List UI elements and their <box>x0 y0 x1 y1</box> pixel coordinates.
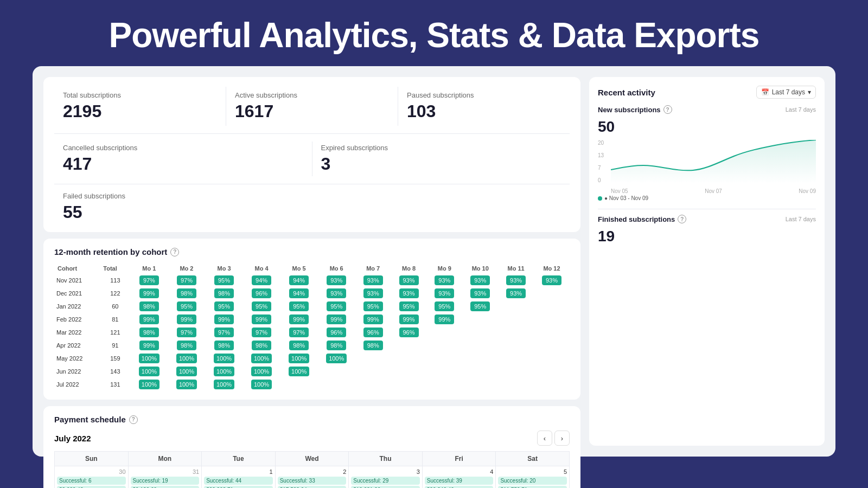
finished-subs-period: Last 7 days <box>786 216 816 222</box>
retention-row: Apr 20229199%98%98%98%98%98%98% <box>54 339 570 352</box>
finished-subs-subsection: Finished subscriptions ? Last 7 days 19 <box>598 215 816 245</box>
retention-section: 12-month retention by cohort ? CohortTot… <box>43 239 580 400</box>
calendar-day: 5Successful: 20$11,750.71Failed: 4 <box>496 466 570 489</box>
retention-row: May 2022159100%100%100%100%100%100% <box>54 352 570 365</box>
activity-title: Recent activity <box>598 88 655 97</box>
activity-section: Recent activity 📅 Last 7 days ▾ New subs… <box>589 77 825 446</box>
chart-y-axis: 20 13 7 0 <box>598 140 609 183</box>
chart-legend: ● Nov 03 - Nov 09 <box>598 195 816 201</box>
calendar-icon: 📅 <box>761 88 769 96</box>
calendar-day: 30Successful: 6$3,089.43Failed: 1 <box>55 466 129 489</box>
payment-help-icon[interactable]: ? <box>129 415 138 424</box>
calendar-day: 4Successful: 39$20,340.42Failed: 4 <box>422 466 496 489</box>
retention-row: Jul 2022131100%100%100%100% <box>54 378 570 391</box>
retention-help-icon[interactable]: ? <box>170 248 179 256</box>
right-panel: Recent activity 📅 Last 7 days ▾ New subs… <box>589 77 825 446</box>
failed-stat: Failed subscriptions 55 <box>54 184 570 222</box>
new-subs-chart: 20 13 7 0 <box>598 140 816 194</box>
finished-subs-title: Finished subscriptions <box>598 215 675 223</box>
new-subs-title: New subscriptions <box>598 106 661 114</box>
calendar-week: 30Successful: 6$3,089.43Failed: 131Succe… <box>55 466 570 489</box>
chart-x-axis: Nov 05 Nov 07 Nov 09 <box>611 188 816 194</box>
chart-legend-label: ● Nov 03 - Nov 09 <box>604 195 648 201</box>
expired-stat: Expired subscriptions 3 <box>312 142 570 176</box>
calendar-month: July 2022 <box>54 434 91 443</box>
total-value: 2195 <box>63 101 217 121</box>
retention-row: Mar 202212198%97%97%97%97%96%96%96% <box>54 326 570 339</box>
chart-svg-area <box>611 140 816 183</box>
new-subs-subsection: New subscriptions ? Last 7 days 50 20 13… <box>598 105 816 201</box>
page-title: Powerful Analytics, Stats & Data Exports <box>0 0 868 66</box>
active-label: Active subscriptions <box>235 91 389 99</box>
stats-section: Total subscriptions 2195 Active subscrip… <box>43 77 580 232</box>
calendar-day: 31Successful: 19$9,126.69 <box>128 466 202 489</box>
retention-row: Dec 202112299%98%98%96%94%93%93%93%93%93… <box>54 287 570 300</box>
divider <box>598 209 816 209</box>
retention-row: Jun 2022143100%100%100%100%100% <box>54 365 570 378</box>
retention-row: Feb 20228199%99%99%99%99%99%99%99%99% <box>54 313 570 326</box>
chevron-down-icon: ▾ <box>808 88 811 96</box>
paused-label: Paused subscriptions <box>407 91 561 99</box>
cancelled-value: 417 <box>63 154 303 174</box>
new-subs-value: 50 <box>598 118 816 136</box>
calendar-day: 1Successful: 44$22,293.71 <box>202 466 276 489</box>
calendar-day: 3Successful: 29$18,081.36Failed: 4 <box>349 466 423 489</box>
payment-section: Payment schedule ? July 2022 ‹ › SunMonT… <box>43 406 580 488</box>
paused-value: 103 <box>407 101 561 121</box>
left-panel: Total subscriptions 2195 Active subscrip… <box>43 77 580 446</box>
main-container: Total subscriptions 2195 Active subscrip… <box>33 66 835 457</box>
calendar-table: SunMonTueWedThuFriSat 30Successful: 6$3,… <box>54 451 570 488</box>
finished-subs-help-icon[interactable]: ? <box>678 215 686 223</box>
failed-label: Failed subscriptions <box>63 192 570 200</box>
failed-value: 55 <box>63 202 570 222</box>
expired-value: 3 <box>321 154 561 174</box>
retention-row: Jan 20226098%95%95%95%95%95%95%95%95%95% <box>54 300 570 313</box>
paused-stat: Paused subscriptions 103 <box>398 87 570 126</box>
new-subs-help-icon[interactable]: ? <box>663 105 672 114</box>
total-label: Total subscriptions <box>63 91 217 99</box>
retention-row: Nov 202111397%97%95%94%94%93%93%93%93%93… <box>54 274 570 287</box>
new-subs-period: Last 7 days <box>786 106 816 113</box>
filter-label: Last 7 days <box>772 88 805 96</box>
chart-dot-icon <box>598 196 602 201</box>
total-stat: Total subscriptions 2195 <box>54 87 226 126</box>
prev-month-button[interactable]: ‹ <box>537 431 552 446</box>
active-value: 1617 <box>235 101 389 121</box>
calendar-day: 2Successful: 33$17,582.64Failed: 2 <box>275 466 349 489</box>
payment-title: Payment schedule <box>54 415 126 424</box>
retention-table: CohortTotalMo 1Mo 2Mo 3Mo 4Mo 5Mo 6Mo 7M… <box>54 263 570 391</box>
expired-label: Expired subscriptions <box>321 144 561 152</box>
next-month-button[interactable]: › <box>554 431 570 446</box>
finished-subs-value: 19 <box>598 228 816 245</box>
date-filter-button[interactable]: 📅 Last 7 days ▾ <box>756 86 816 99</box>
active-stat: Active subscriptions 1617 <box>226 87 398 126</box>
retention-title: 12-month retention by cohort <box>54 247 167 256</box>
cancelled-stat: Cancelled subscriptions 417 <box>54 142 312 176</box>
cancelled-label: Cancelled subscriptions <box>63 144 303 152</box>
